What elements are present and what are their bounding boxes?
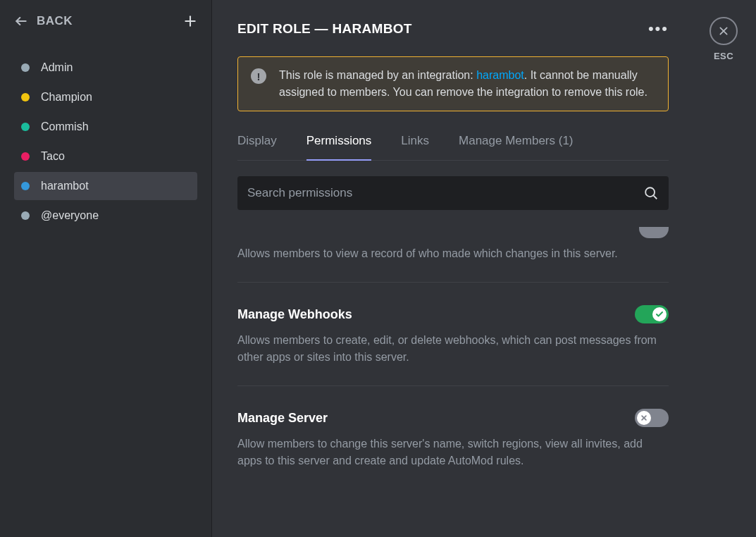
sidebar-header: BACK xyxy=(8,14,203,41)
svg-point-3 xyxy=(645,187,655,197)
role-color-dot xyxy=(21,152,30,161)
permission-toggle[interactable] xyxy=(635,305,669,323)
svg-line-4 xyxy=(654,196,657,199)
x-icon xyxy=(637,411,651,425)
warning-text: This role is managed by an integration: … xyxy=(279,67,655,101)
role-color-dot xyxy=(21,93,30,101)
toggle-partial[interactable] xyxy=(639,227,669,238)
role-color-dot xyxy=(21,63,30,72)
permission-item: Manage WebhooksAllows members to create,… xyxy=(237,298,669,386)
arrow-left-icon xyxy=(14,14,28,28)
roles-sidebar: BACK AdminChampionCommishTacoharambot@ev… xyxy=(0,0,212,537)
role-color-dot xyxy=(21,182,30,190)
close-button[interactable] xyxy=(709,17,738,45)
role-list: AdminChampionCommishTacoharambot@everyon… xyxy=(8,54,203,230)
permissions-list: Allows members to view a record of who m… xyxy=(237,227,669,505)
partial-permission-desc: Allows members to view a record of who m… xyxy=(237,245,669,262)
main-panel: EDIT ROLE — HARAMBOT ••• ! This role is … xyxy=(212,0,756,537)
plus-icon[interactable] xyxy=(183,14,197,28)
tabs: Display Permissions Links Manage Members… xyxy=(237,134,669,161)
warning-link[interactable]: harambot xyxy=(476,69,524,81)
role-item[interactable]: harambot xyxy=(14,172,197,200)
role-name: Champion xyxy=(41,91,92,104)
role-item[interactable]: Admin xyxy=(14,54,197,82)
tab-display[interactable]: Display xyxy=(237,134,277,161)
search-icon xyxy=(643,185,659,201)
permission-desc: Allow members to change this server's na… xyxy=(237,436,669,469)
more-options-icon[interactable]: ••• xyxy=(648,20,691,38)
role-name: Commish xyxy=(41,121,89,133)
role-color-dot xyxy=(21,123,30,131)
permission-title: Manage Webhooks xyxy=(237,307,352,322)
search-input[interactable] xyxy=(247,186,643,200)
tab-permissions[interactable]: Permissions xyxy=(306,134,372,161)
back-button[interactable]: BACK xyxy=(14,14,73,28)
integration-warning: ! This role is managed by an integration… xyxy=(237,56,669,111)
warning-icon: ! xyxy=(251,68,266,84)
role-item[interactable]: Taco xyxy=(14,142,197,171)
page-title: EDIT ROLE — HARAMBOT xyxy=(237,21,412,37)
tab-manage-members[interactable]: Manage Members (1) xyxy=(459,134,574,161)
tab-links[interactable]: Links xyxy=(401,134,429,161)
partial-permission-row: Allows members to view a record of who m… xyxy=(237,227,669,283)
role-item[interactable]: Champion xyxy=(14,83,197,111)
page-header: EDIT ROLE — HARAMBOT ••• xyxy=(237,20,691,52)
role-item[interactable]: Commish xyxy=(14,113,197,141)
search-wrap xyxy=(237,176,669,210)
check-icon xyxy=(652,307,667,321)
permission-item: Manage ServerAllow members to change thi… xyxy=(237,402,669,489)
warning-prefix: This role is managed by an integration: xyxy=(279,69,476,81)
role-name: @everyone xyxy=(41,209,99,222)
esc-label: ESC xyxy=(714,51,733,61)
close-icon xyxy=(718,25,729,37)
role-name: harambot xyxy=(41,180,89,192)
role-item[interactable]: @everyone xyxy=(14,202,197,230)
role-name: Admin xyxy=(41,61,73,74)
content-column: EDIT ROLE — HARAMBOT ••• ! This role is … xyxy=(237,0,691,537)
permission-title: Manage Server xyxy=(237,411,328,426)
permission-toggle[interactable] xyxy=(635,409,669,427)
back-label: BACK xyxy=(37,14,73,28)
permission-desc: Allows members to create, edit, or delet… xyxy=(237,332,669,366)
role-name: Taco xyxy=(41,150,65,163)
close-column: ESC xyxy=(691,0,756,537)
role-color-dot xyxy=(21,211,30,220)
